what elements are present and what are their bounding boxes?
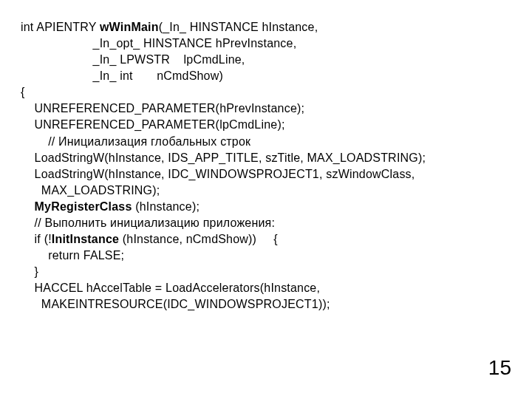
code-line: } <box>21 264 511 280</box>
code-line: // Выполнить инициализацию приложения: <box>21 215 511 231</box>
slide: int APIENTRY wWinMain(_In_ HINSTANCE hIn… <box>0 0 532 399</box>
code-text: (hInstance, nCmdShow)) { <box>119 233 278 245</box>
code-line: LoadStringW(hInstance, IDC_WINDOWSPROJEC… <box>21 166 511 199</box>
code-line: _In_opt_ HINSTANCE hPrevInstance, <box>21 35 511 52</box>
fn-name: InitInstance <box>52 233 119 245</box>
code-line: _In_ int nCmdShow) <box>21 68 511 84</box>
code-text: if (! <box>21 233 52 245</box>
code-line: UNREFERENCED_PARAMETER(lpCmdLine); <box>21 117 511 133</box>
code-line: // Инициализация глобальных строк <box>21 134 511 150</box>
code-block: int APIENTRY wWinMain(_In_ HINSTANCE hIn… <box>21 19 511 313</box>
code-line: if (!InitInstance (hInstance, nCmdShow))… <box>21 231 511 248</box>
code-line: UNREFERENCED_PARAMETER(hPrevInstance); <box>21 100 511 117</box>
code-text: (hInstance); <box>132 200 200 213</box>
code-line: int APIENTRY wWinMain(_In_ HINSTANCE hIn… <box>21 19 511 35</box>
code-line: return FALSE; <box>21 248 511 264</box>
code-text <box>21 200 35 213</box>
code-text: (_In_ HINSTANCE hInstance, <box>159 21 318 33</box>
code-line: MyRegisterClass (hInstance); <box>21 199 511 215</box>
code-line: { <box>21 84 511 100</box>
code-text: int APIENTRY <box>21 21 100 33</box>
code-line: _In_ LPWSTR lpCmdLine, <box>21 52 511 68</box>
fn-name: MyRegisterClass <box>35 200 132 213</box>
page-number: 15 <box>488 356 511 380</box>
fn-name: wWinMain <box>100 21 159 33</box>
code-line: LoadStringW(hInstance, IDS_APP_TITLE, sz… <box>21 150 511 166</box>
code-line: HACCEL hAccelTable = LoadAccelerators(hI… <box>21 280 511 313</box>
